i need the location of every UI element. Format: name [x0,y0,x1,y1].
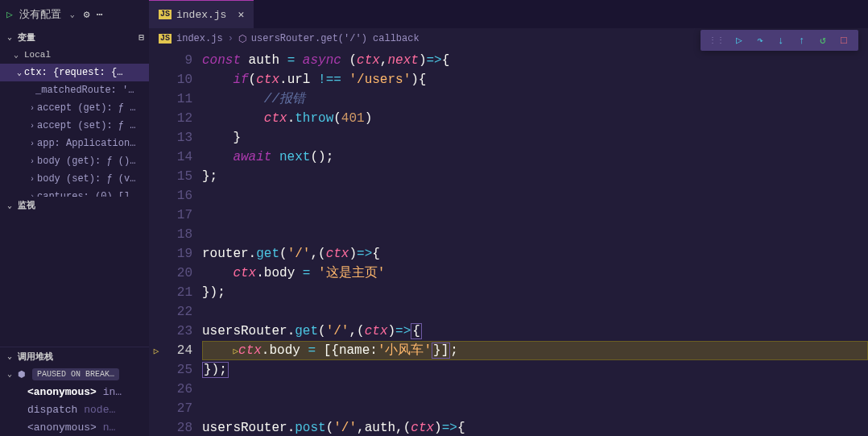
tab-index-js[interactable]: JS index.js ✕ [149,0,254,28]
cube-icon: ⬡ [238,33,246,45]
js-file-icon: JS [159,34,172,44]
line-gutter[interactable]: 910111213141516171819202122232425262728 [163,49,202,436]
scope-local[interactable]: ⌄ Local [0,46,149,64]
stack-frame[interactable]: <anonymous> in… [0,383,149,401]
step-over-button[interactable]: ↷ [754,34,767,47]
chevron-down-icon[interactable]: ⌄ [68,10,77,19]
js-file-icon: JS [159,10,172,19]
gear-icon[interactable]: ⚙ [84,8,90,21]
chevron-down-icon: ⌄ [11,50,21,60]
variables-header[interactable]: ⌄ 变量 ⊟ [0,28,149,46]
var-row[interactable]: › body (get): ƒ ()… [0,152,149,170]
paused-status[interactable]: ⌄ ⬢ PAUSED ON BREAK… [0,365,149,383]
collapse-icon[interactable]: ⊟ [138,32,144,43]
var-row[interactable]: › app: Application… [0,135,149,152]
code-content[interactable]: const auth = async (ctx,next)=>{ if(ctx.… [202,49,868,436]
var-row[interactable]: _matchedRoute: '… [0,81,149,99]
var-row[interactable]: › body (set): ƒ (v… [0,170,149,188]
var-ctx[interactable]: ⌄ ctx: {request: {… [0,64,149,81]
tab-label: index.js [176,9,226,21]
restart-button[interactable]: ↺ [816,34,829,47]
step-into-button[interactable]: ↓ [775,34,787,47]
chevron-down-icon: ⌄ [5,351,14,361]
stack-frame[interactable]: <anonymous> n… [0,418,149,436]
var-row[interactable]: › accept (get): ƒ … [0,99,149,117]
debug-toolbar: ⋮⋮ ▷ ↷ ↓ ↑ ↺ □ [701,30,858,51]
breakpoint-gutter[interactable]: ▷ [149,49,163,436]
stop-button[interactable]: □ [837,34,850,47]
step-out-button[interactable]: ↑ [796,34,808,47]
tab-bar: JS index.js ✕ [149,0,868,28]
chevron-down-icon: ⌄ [5,201,14,210]
current-line-icon: ▷ [149,341,163,360]
run-config-name[interactable]: 没有配置 [19,7,61,22]
stack-frame[interactable]: dispatch node… [0,401,149,418]
more-icon[interactable]: ⋯ [97,8,103,21]
run-icon[interactable]: ▷ [6,8,13,21]
editor: JS index.js › ⬡ usersRouter.get('/') cal… [149,28,868,436]
bug-icon: ⬢ [18,369,26,380]
var-row[interactable]: › accept (set): ƒ … [0,117,149,135]
var-row[interactable]: › captures: (0) [] [0,188,149,197]
close-icon[interactable]: ✕ [238,8,244,21]
callstack-header[interactable]: ⌄ 调用堆栈 [0,347,149,365]
chevron-right-icon: › [228,33,234,44]
chevron-down-icon: ⌄ [5,32,14,42]
watch-header[interactable]: ⌄ 监视 [0,197,149,214]
continue-button[interactable]: ▷ [733,34,746,47]
grip-icon[interactable]: ⋮⋮ [709,35,725,45]
debug-sidebar: ⌄ 变量 ⊟ ⌄ Local ⌄ ctx: {request: {… _matc… [0,28,149,436]
